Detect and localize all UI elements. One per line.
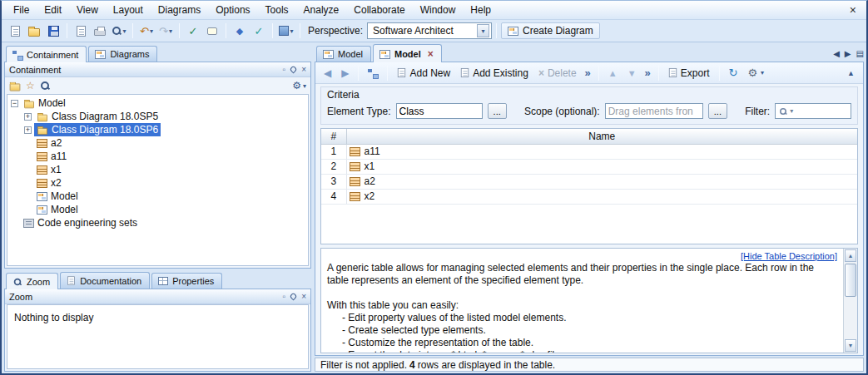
refresh-button[interactable]: ↻ — [725, 66, 742, 80]
expand-handle-icon[interactable]: + — [24, 113, 32, 121]
tree-item-class-diagram-sp5[interactable]: + Class Diagram 18.0SP5 — [7, 110, 308, 123]
description-scrollbar[interactable]: ▲ ▼ — [843, 249, 857, 353]
table-description: [Hide Table Description] A generic table… — [320, 248, 858, 353]
find-button[interactable]: ▾ — [110, 22, 128, 40]
open-project-button[interactable] — [25, 22, 43, 40]
delete-button[interactable]: × Delete — [534, 66, 581, 81]
delete-icon: × — [538, 67, 544, 79]
check-model-button[interactable]: ✓ — [250, 22, 268, 40]
comment-button[interactable] — [203, 22, 221, 40]
divider — [179, 23, 180, 38]
hide-table-description-link[interactable]: [Hide Table Description] — [741, 251, 837, 261]
column-header-name[interactable]: Name — [346, 129, 857, 144]
close-panel-icon[interactable]: × — [301, 65, 306, 74]
expand-handle-icon[interactable]: + — [24, 126, 32, 134]
tree-item-x1[interactable]: x1 — [7, 163, 308, 176]
import-button[interactable] — [72, 22, 90, 40]
save-button[interactable] — [44, 22, 62, 40]
menu-options[interactable]: Options — [209, 2, 256, 17]
menu-edit[interactable]: Edit — [37, 2, 68, 17]
close-panel-icon[interactable]: × — [301, 292, 306, 301]
toolbar-overflow-icon[interactable]: » — [583, 67, 593, 79]
tab-model-2[interactable]: Model × — [373, 44, 442, 62]
menu-window[interactable]: Window — [414, 2, 463, 17]
filter-input[interactable]: ▾ — [775, 103, 851, 119]
element-name[interactable]: a11 — [365, 146, 380, 157]
tree-item-class-diagram-sp6[interactable]: + Class Diagram 18.0SP6 — [7, 123, 308, 136]
scope-input[interactable] — [605, 103, 703, 119]
new-project-button[interactable] — [6, 22, 24, 40]
move-down-button[interactable]: ▼ — [623, 67, 641, 80]
divider — [67, 23, 67, 38]
restore-panel-icon[interactable]: ▫ — [283, 292, 286, 301]
left-bottom-dock: Zoom Documentation Properties Zoom — [4, 270, 311, 372]
containment-options-button[interactable]: ⚙ ▾ — [292, 80, 306, 91]
tab-diagrams[interactable]: Diagrams — [88, 46, 157, 62]
table-row[interactable]: 4 x2 — [321, 189, 857, 204]
menu-help[interactable]: Help — [464, 2, 498, 17]
perspective-select[interactable]: Software Architect ▾ — [367, 22, 492, 39]
print-button[interactable] — [91, 22, 109, 40]
menu-tools[interactable]: Tools — [259, 2, 295, 17]
menu-diagrams[interactable]: Diagrams — [151, 2, 207, 17]
menu-file[interactable]: File — [7, 2, 36, 17]
add-new-button[interactable]: Add New — [393, 66, 454, 81]
tree-item-model-diagram-2[interactable]: Model — [7, 203, 308, 216]
forward-button[interactable]: ▶ — [337, 66, 353, 81]
pin-icon[interactable] — [290, 293, 298, 301]
close-tab-icon[interactable]: × — [428, 48, 434, 60]
tab-properties[interactable]: Properties — [151, 273, 222, 289]
table-options-button[interactable]: ⚙ ▾ — [743, 66, 768, 80]
toolbar-overflow-icon[interactable]: » — [642, 67, 653, 79]
element-type-input[interactable] — [396, 103, 483, 119]
menu-analyze[interactable]: Analyze — [297, 2, 346, 17]
open-folder-icon[interactable] — [10, 83, 21, 91]
search-icon[interactable] — [40, 81, 50, 91]
pin-icon[interactable] — [290, 66, 298, 74]
tab-zoom[interactable]: Zoom — [6, 273, 58, 289]
table-row[interactable]: 1 a11 — [321, 144, 857, 159]
tab-model-1[interactable]: Model — [316, 46, 371, 62]
menu-view[interactable]: View — [70, 2, 105, 17]
scope-browse-button[interactable]: ... — [708, 103, 727, 119]
create-diagram-button[interactable]: Create Diagram — [501, 22, 600, 39]
menu-collaborate[interactable]: Collaborate — [347, 2, 411, 17]
table-row[interactable]: 3 a2 — [321, 174, 857, 189]
scrollbar-thumb[interactable] — [845, 264, 856, 297]
tree-item-code-engineering-sets[interactable]: Code engineering sets — [7, 216, 308, 229]
menu-layout[interactable]: Layout — [107, 2, 150, 17]
undo-button[interactable]: ↶▾ — [137, 22, 156, 40]
next-tab-icon[interactable]: ▶ — [845, 49, 851, 58]
back-button[interactable]: ◀ — [320, 66, 335, 81]
tree-item-x2[interactable]: x2 — [7, 176, 308, 190]
tree-item-model-diagram-1[interactable]: Model — [7, 190, 308, 203]
tab-containment[interactable]: Containment — [6, 46, 87, 62]
redo-button[interactable]: ↷▾ — [156, 22, 175, 40]
element-name[interactable]: a2 — [365, 175, 375, 187]
collapse-handle-icon[interactable]: − — [11, 100, 18, 107]
previous-tab-icon[interactable]: ◀ — [833, 49, 840, 58]
scroll-down-button[interactable]: ▼ — [845, 339, 856, 352]
move-up-button[interactable]: ▲ — [604, 67, 622, 80]
tree-item-a11[interactable]: a11 — [7, 150, 308, 163]
tree-item-model-root[interactable]: − Model — [7, 96, 308, 110]
scroll-up-button[interactable]: ▲ — [845, 249, 856, 262]
validate-button[interactable]: ◆ — [231, 22, 249, 40]
profiles-button[interactable]: ▾ — [277, 22, 295, 40]
element-type-browse-button[interactable]: ... — [488, 103, 507, 119]
tab-list-icon[interactable]: ▤ — [856, 49, 864, 58]
table-row[interactable]: 2 x1 — [321, 159, 857, 174]
restore-panel-icon[interactable]: ▫ — [283, 65, 286, 74]
add-existing-button[interactable]: Add Existing — [456, 66, 533, 81]
tab-documentation[interactable]: Documentation — [60, 272, 150, 289]
select-in-containment-button[interactable] — [364, 67, 382, 80]
element-name[interactable]: x2 — [365, 190, 375, 202]
close-icon[interactable]: × — [845, 3, 861, 17]
spelling-button[interactable]: ✓ — [184, 22, 202, 40]
column-header-number[interactable]: # — [321, 129, 346, 144]
element-name[interactable]: x1 — [365, 160, 375, 172]
export-button[interactable]: Export — [664, 66, 714, 81]
tree-item-a2[interactable]: a2 — [7, 136, 308, 150]
favorites-star-icon[interactable]: ☆ — [26, 81, 35, 91]
collapse-criteria-button[interactable]: ▲ — [843, 67, 859, 79]
